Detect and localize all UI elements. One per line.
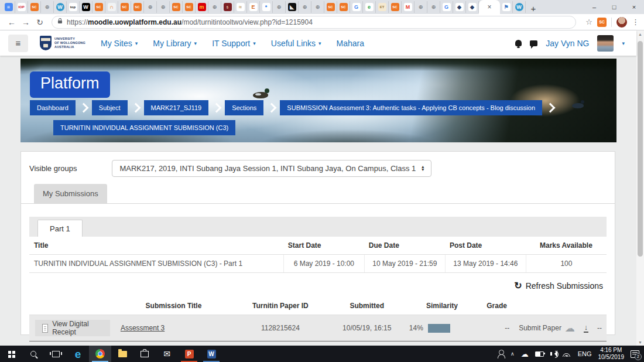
browser-tab[interactable]: SC xyxy=(118,1,131,13)
bookmark-star-icon[interactable]: ☆ xyxy=(585,18,592,26)
tray-chevron-up-icon[interactable]: ∧ xyxy=(511,351,515,357)
taskbar-clock[interactable]: 4:16 PM 10/5/2019 xyxy=(598,347,625,361)
nav-link-mahara[interactable]: Mahara xyxy=(337,39,364,48)
nav-link-it-support[interactable]: IT Support▾ xyxy=(212,39,256,48)
browser-tab[interactable]: ⊕ xyxy=(415,1,427,13)
download-icon[interactable]: ↓ xyxy=(584,323,589,333)
browser-tab[interactable]: § xyxy=(221,1,234,13)
browser-tab[interactable]: G xyxy=(440,1,453,13)
browser-tab[interactable]: ◆ xyxy=(466,1,479,13)
active-browser-tab[interactable]: × xyxy=(479,0,500,14)
browser-tab[interactable]: M xyxy=(402,1,415,13)
onedrive-cloud-icon[interactable]: ☁ xyxy=(521,350,529,358)
address-bar[interactable]: https://moodle.uowplatform.edu.au/mod/tu… xyxy=(52,16,576,29)
browser-tab[interactable]: ⊕ xyxy=(41,1,54,13)
breadcrumb-item[interactable]: Dashboard xyxy=(30,100,76,115)
page-scrollbar[interactable]: ▲ ▼ xyxy=(636,30,644,346)
breadcrumb-item[interactable]: Subject xyxy=(92,100,128,115)
browser-tab[interactable]: ⊕ xyxy=(299,1,311,13)
store-button[interactable] xyxy=(133,346,156,362)
avatar[interactable] xyxy=(597,35,614,52)
scroll-down-icon[interactable]: ▼ xyxy=(638,339,642,346)
breadcrumb-item[interactable]: TURNITIN INDIVIDUAL ASSIGNMENT SUBMISSIO… xyxy=(53,120,235,135)
view-digital-receipt-button[interactable]: View Digital Receipt xyxy=(35,320,110,336)
browser-tab[interactable]: IOP xyxy=(15,1,28,13)
breadcrumb-item[interactable]: SUBMISSION Assessment 3: Authentic tasks… xyxy=(280,100,542,115)
people-icon[interactable] xyxy=(499,350,504,355)
task-view-button[interactable] xyxy=(44,346,67,362)
browser-tab[interactable]: e xyxy=(363,1,376,13)
breadcrumb-item[interactable]: MARK217_SJ119 xyxy=(144,100,209,115)
scrollbar-thumb[interactable] xyxy=(638,41,643,257)
language-indicator[interactable]: ENG xyxy=(578,350,592,357)
browser-tab[interactable]: SC xyxy=(389,1,402,13)
similarity-swatch[interactable] xyxy=(428,324,450,333)
browser-tab[interactable]: * xyxy=(260,1,273,13)
wifi-icon[interactable] xyxy=(562,351,571,357)
browser-tab[interactable]: ⊕ xyxy=(273,1,286,13)
speaker-icon[interactable] xyxy=(550,352,552,356)
browser-tab[interactable]: ⊕ xyxy=(157,1,170,13)
browser-tab[interactable]: m xyxy=(196,1,208,13)
browser-tab[interactable]: SC xyxy=(131,1,144,13)
browser-tab[interactable]: ⊕ xyxy=(427,1,440,13)
nav-link-useful-links[interactable]: Useful Links▾ xyxy=(271,39,321,48)
browser-tab[interactable]: ≈ xyxy=(234,1,247,13)
browser-tab[interactable]: SC xyxy=(183,1,196,13)
refresh-submissions-button[interactable]: ↻ Refresh Submissions xyxy=(514,280,603,291)
browser-tab[interactable]: ∩ xyxy=(105,1,118,13)
scroll-up-icon[interactable]: ▲ xyxy=(638,30,642,37)
submit-paper-button[interactable]: Submit Paper ☁↑ xyxy=(519,323,575,333)
tab-part-1[interactable]: Part 1 xyxy=(37,220,83,237)
file-explorer-button[interactable] xyxy=(111,346,133,362)
powerpoint-button[interactable]: P xyxy=(178,346,200,362)
browser-tab[interactable]: ⚑ xyxy=(500,1,513,13)
browser-tab[interactable]: ⊕ xyxy=(144,1,157,13)
browser-tab[interactable]: SC xyxy=(324,1,337,13)
nav-link-my-library[interactable]: My Library▾ xyxy=(153,39,197,48)
browser-tab[interactable]: G xyxy=(350,1,363,13)
edge-button[interactable]: e xyxy=(67,346,89,362)
visible-groups-select[interactable]: MARK217, 2019, INTI Subang Jaya Session … xyxy=(112,160,431,177)
minimize-button[interactable]: – xyxy=(584,0,604,14)
browser-tab[interactable]: ⊕ xyxy=(311,1,324,13)
maximize-button[interactable]: □ xyxy=(604,0,624,14)
browser-tab[interactable]: ⊕ xyxy=(208,1,221,13)
mail-button[interactable]: ✉ xyxy=(156,346,178,362)
reload-button[interactable]: ↻ xyxy=(33,18,47,27)
chevron-down-icon[interactable]: ▾ xyxy=(622,40,625,46)
assessment-link[interactable]: Assessment 3 xyxy=(121,324,165,332)
browser-tab[interactable]: SC xyxy=(337,1,350,13)
tab-close-icon[interactable]: × xyxy=(487,4,491,11)
back-button[interactable]: ← xyxy=(5,18,19,27)
messages-chat-icon[interactable] xyxy=(530,40,537,46)
new-tab-button[interactable]: + xyxy=(526,2,541,14)
browser-tab[interactable]: W xyxy=(80,1,93,13)
battery-icon[interactable] xyxy=(535,351,544,357)
browser-tab[interactable]: SC xyxy=(170,1,183,13)
browser-tab[interactable]: SC xyxy=(93,1,105,13)
chrome-button[interactable] xyxy=(89,346,111,362)
taskbar-search-button[interactable] xyxy=(22,346,44,362)
browser-tab[interactable]: W xyxy=(54,1,67,13)
close-button[interactable]: × xyxy=(624,0,644,14)
browser-profile-avatar[interactable] xyxy=(616,17,627,28)
extension-icon[interactable]: SC xyxy=(597,18,607,27)
browser-tab[interactable]: ET xyxy=(376,1,389,13)
browser-tab[interactable]: ◆ xyxy=(453,1,466,13)
breadcrumb-item[interactable]: Sections xyxy=(225,100,263,115)
hamburger-menu-button[interactable]: ≡ xyxy=(8,35,28,52)
browser-menu-icon[interactable]: ⋮ xyxy=(632,18,639,26)
action-center-icon[interactable]: 2 xyxy=(631,350,639,358)
browser-tab[interactable]: ◣ xyxy=(286,1,299,13)
word-button[interactable]: W xyxy=(200,346,222,362)
user-name[interactable]: Jay Vyn NG xyxy=(546,39,589,48)
browser-tab[interactable]: top xyxy=(67,1,80,13)
tab-my-submissions[interactable]: My Submissions xyxy=(34,184,107,203)
browser-tab[interactable]: SC xyxy=(28,1,41,13)
forward-button[interactable]: → xyxy=(19,18,33,27)
browser-tab[interactable]: W xyxy=(513,1,526,13)
browser-tab[interactable]: E xyxy=(247,1,260,13)
start-button[interactable] xyxy=(0,346,22,362)
nav-link-my-sites[interactable]: My Sites▾ xyxy=(101,39,138,48)
